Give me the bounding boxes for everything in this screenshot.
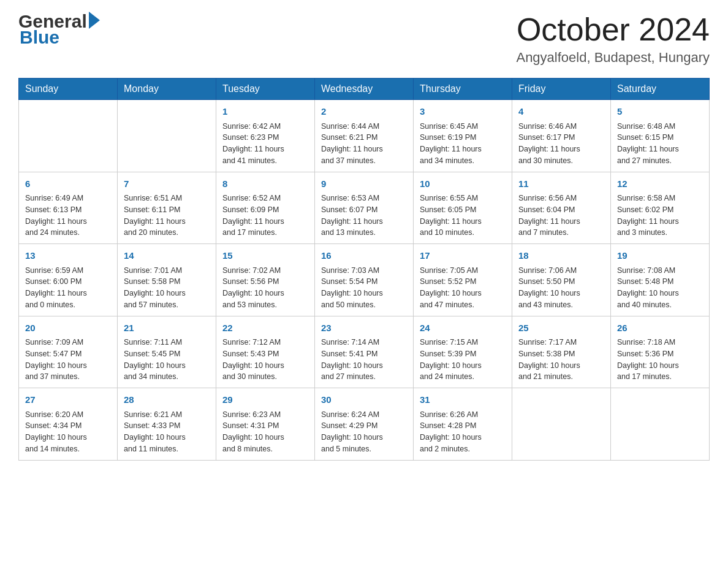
day-number: 13 <box>25 249 111 263</box>
calendar-cell: 26Sunrise: 7:18 AM Sunset: 5:36 PM Dayli… <box>611 316 710 388</box>
calendar-week-row: 13Sunrise: 6:59 AM Sunset: 6:00 PM Dayli… <box>19 244 710 316</box>
day-info: Sunrise: 6:49 AM Sunset: 6:13 PM Dayligh… <box>25 193 111 239</box>
day-number: 4 <box>518 105 604 119</box>
day-info: Sunrise: 7:15 AM Sunset: 5:39 PM Dayligh… <box>420 337 506 383</box>
calendar-cell: 10Sunrise: 6:55 AM Sunset: 6:05 PM Dayli… <box>414 172 512 244</box>
day-info: Sunrise: 6:55 AM Sunset: 6:05 PM Dayligh… <box>420 193 506 239</box>
calendar-cell: 6Sunrise: 6:49 AM Sunset: 6:13 PM Daylig… <box>19 172 118 244</box>
calendar-table: SundayMondayTuesdayWednesdayThursdayFrid… <box>18 78 710 461</box>
month-title: October 2024 <box>516 12 710 47</box>
page-header: General Blue October 2024 Angyalfoeld, B… <box>18 12 710 66</box>
day-info: Sunrise: 7:05 AM Sunset: 5:52 PM Dayligh… <box>420 265 506 311</box>
day-number: 17 <box>420 249 506 263</box>
day-number: 15 <box>222 249 308 263</box>
calendar-cell: 27Sunrise: 6:20 AM Sunset: 4:34 PM Dayli… <box>19 388 118 461</box>
day-number: 21 <box>124 321 210 335</box>
day-info: Sunrise: 6:56 AM Sunset: 6:04 PM Dayligh… <box>518 193 604 239</box>
day-info: Sunrise: 7:08 AM Sunset: 5:48 PM Dayligh… <box>617 265 703 311</box>
day-info: Sunrise: 7:06 AM Sunset: 5:50 PM Dayligh… <box>518 265 604 311</box>
day-number: 12 <box>617 177 703 191</box>
day-number: 10 <box>420 177 506 191</box>
calendar-cell <box>512 388 611 461</box>
calendar-cell: 25Sunrise: 7:17 AM Sunset: 5:38 PM Dayli… <box>512 316 611 388</box>
day-info: Sunrise: 6:51 AM Sunset: 6:11 PM Dayligh… <box>124 193 210 239</box>
calendar-cell: 12Sunrise: 6:58 AM Sunset: 6:02 PM Dayli… <box>611 172 710 244</box>
calendar-cell: 13Sunrise: 6:59 AM Sunset: 6:00 PM Dayli… <box>19 244 118 316</box>
day-number: 26 <box>617 321 703 335</box>
weekday-header-thursday: Thursday <box>414 79 512 100</box>
weekday-header-saturday: Saturday <box>611 79 710 100</box>
day-info: Sunrise: 6:53 AM Sunset: 6:07 PM Dayligh… <box>321 193 407 239</box>
day-number: 2 <box>321 105 407 119</box>
day-info: Sunrise: 7:17 AM Sunset: 5:38 PM Dayligh… <box>518 337 604 383</box>
calendar-cell: 5Sunrise: 6:48 AM Sunset: 6:15 PM Daylig… <box>611 100 710 172</box>
day-number: 27 <box>25 393 111 407</box>
day-info: Sunrise: 6:21 AM Sunset: 4:33 PM Dayligh… <box>124 409 210 455</box>
calendar-cell: 20Sunrise: 7:09 AM Sunset: 5:47 PM Dayli… <box>19 316 118 388</box>
day-number: 29 <box>222 393 308 407</box>
calendar-cell: 28Sunrise: 6:21 AM Sunset: 4:33 PM Dayli… <box>118 388 216 461</box>
calendar-cell: 22Sunrise: 7:12 AM Sunset: 5:43 PM Dayli… <box>216 316 315 388</box>
day-number: 6 <box>25 177 111 191</box>
calendar-cell: 8Sunrise: 6:52 AM Sunset: 6:09 PM Daylig… <box>216 172 315 244</box>
day-info: Sunrise: 6:20 AM Sunset: 4:34 PM Dayligh… <box>25 409 111 455</box>
weekday-header-friday: Friday <box>512 79 611 100</box>
calendar-week-row: 27Sunrise: 6:20 AM Sunset: 4:34 PM Dayli… <box>19 388 710 461</box>
title-area: October 2024 Angyalfoeld, Budapest, Hung… <box>516 12 710 66</box>
calendar-cell: 11Sunrise: 6:56 AM Sunset: 6:04 PM Dayli… <box>512 172 611 244</box>
day-number: 16 <box>321 249 407 263</box>
calendar-cell: 29Sunrise: 6:23 AM Sunset: 4:31 PM Dayli… <box>216 388 315 461</box>
day-info: Sunrise: 7:03 AM Sunset: 5:54 PM Dayligh… <box>321 265 407 311</box>
calendar-cell: 31Sunrise: 6:26 AM Sunset: 4:28 PM Dayli… <box>414 388 512 461</box>
day-info: Sunrise: 7:12 AM Sunset: 5:43 PM Dayligh… <box>222 337 308 383</box>
day-number: 1 <box>222 105 308 119</box>
day-number: 19 <box>617 249 703 263</box>
calendar-cell: 19Sunrise: 7:08 AM Sunset: 5:48 PM Dayli… <box>611 244 710 316</box>
day-info: Sunrise: 7:11 AM Sunset: 5:45 PM Dayligh… <box>124 337 210 383</box>
day-number: 3 <box>420 105 506 119</box>
day-info: Sunrise: 7:14 AM Sunset: 5:41 PM Dayligh… <box>321 337 407 383</box>
calendar-cell: 9Sunrise: 6:53 AM Sunset: 6:07 PM Daylig… <box>315 172 414 244</box>
calendar-cell: 14Sunrise: 7:01 AM Sunset: 5:58 PM Dayli… <box>118 244 216 316</box>
day-number: 9 <box>321 177 407 191</box>
calendar-cell <box>611 388 710 461</box>
calendar-cell <box>118 100 216 172</box>
day-number: 14 <box>124 249 210 263</box>
day-number: 24 <box>420 321 506 335</box>
calendar-cell: 17Sunrise: 7:05 AM Sunset: 5:52 PM Dayli… <box>414 244 512 316</box>
calendar-cell: 21Sunrise: 7:11 AM Sunset: 5:45 PM Dayli… <box>118 316 216 388</box>
day-number: 7 <box>124 177 210 191</box>
day-info: Sunrise: 6:24 AM Sunset: 4:29 PM Dayligh… <box>321 409 407 455</box>
calendar-cell: 4Sunrise: 6:46 AM Sunset: 6:17 PM Daylig… <box>512 100 611 172</box>
day-number: 28 <box>124 393 210 407</box>
calendar-cell: 30Sunrise: 6:24 AM Sunset: 4:29 PM Dayli… <box>315 388 414 461</box>
day-info: Sunrise: 6:42 AM Sunset: 6:23 PM Dayligh… <box>222 121 308 167</box>
calendar-cell <box>19 100 118 172</box>
day-number: 18 <box>518 249 604 263</box>
day-number: 5 <box>617 105 703 119</box>
day-info: Sunrise: 6:44 AM Sunset: 6:21 PM Dayligh… <box>321 121 407 167</box>
location-text: Angyalfoeld, Budapest, Hungary <box>516 50 710 66</box>
weekday-header-tuesday: Tuesday <box>216 79 315 100</box>
day-info: Sunrise: 6:46 AM Sunset: 6:17 PM Dayligh… <box>518 121 604 167</box>
day-number: 30 <box>321 393 407 407</box>
day-info: Sunrise: 7:09 AM Sunset: 5:47 PM Dayligh… <box>25 337 111 383</box>
day-number: 31 <box>420 393 506 407</box>
calendar-cell: 16Sunrise: 7:03 AM Sunset: 5:54 PM Dayli… <box>315 244 414 316</box>
day-number: 20 <box>25 321 111 335</box>
day-info: Sunrise: 6:58 AM Sunset: 6:02 PM Dayligh… <box>617 193 703 239</box>
day-number: 23 <box>321 321 407 335</box>
calendar-cell: 23Sunrise: 7:14 AM Sunset: 5:41 PM Dayli… <box>315 316 414 388</box>
calendar-cell: 15Sunrise: 7:02 AM Sunset: 5:56 PM Dayli… <box>216 244 315 316</box>
day-info: Sunrise: 6:45 AM Sunset: 6:19 PM Dayligh… <box>420 121 506 167</box>
calendar-cell: 18Sunrise: 7:06 AM Sunset: 5:50 PM Dayli… <box>512 244 611 316</box>
day-number: 11 <box>518 177 604 191</box>
day-info: Sunrise: 7:02 AM Sunset: 5:56 PM Dayligh… <box>222 265 308 311</box>
weekday-header-sunday: Sunday <box>19 79 118 100</box>
logo: General Blue <box>18 12 100 47</box>
day-number: 8 <box>222 177 308 191</box>
day-info: Sunrise: 6:52 AM Sunset: 6:09 PM Dayligh… <box>222 193 308 239</box>
day-info: Sunrise: 6:26 AM Sunset: 4:28 PM Dayligh… <box>420 409 506 455</box>
calendar-week-row: 20Sunrise: 7:09 AM Sunset: 5:47 PM Dayli… <box>19 316 710 388</box>
logo-arrow-icon <box>89 12 100 29</box>
